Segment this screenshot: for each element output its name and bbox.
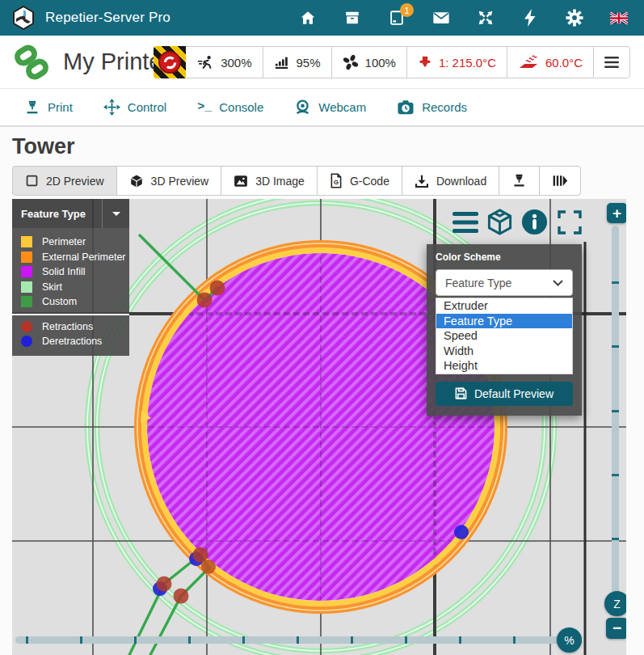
legend-title: Feature Type bbox=[21, 208, 86, 220]
info-icon[interactable] bbox=[521, 209, 548, 235]
speed-value: 300% bbox=[221, 56, 251, 70]
view-3d-label: 3D Preview bbox=[151, 175, 209, 188]
zoom-in-button[interactable]: + bbox=[607, 203, 626, 223]
print-nozzle-icon bbox=[511, 173, 527, 188]
legend-item-label: Deretractions bbox=[42, 336, 102, 347]
color-swatch bbox=[21, 236, 32, 247]
flow-multiplier-button[interactable]: 95% bbox=[263, 46, 332, 78]
default-preview-label: Default Preview bbox=[474, 387, 554, 400]
slider-tick bbox=[297, 636, 299, 644]
power-bolt-icon[interactable] bbox=[521, 9, 539, 27]
preview-canvas[interactable]: Feature Type Perimeter External Perimete… bbox=[12, 199, 626, 655]
extruder-temp-value: 1: 215.0°C bbox=[439, 56, 496, 70]
printer-header: My Printer 300% 95% bbox=[0, 36, 644, 89]
view-2d-preview-button[interactable]: 2D Preview bbox=[12, 166, 117, 196]
legend-item-solid-infill: Solid Infill bbox=[12, 264, 129, 280]
gcode-file-icon: G bbox=[330, 173, 343, 188]
option-speed[interactable]: Speed bbox=[436, 328, 572, 344]
percent-slider-badge[interactable]: % bbox=[557, 628, 582, 653]
color-swatch bbox=[21, 281, 32, 293]
tab-console[interactable]: >_ Console bbox=[197, 100, 263, 114]
legend-body: Perimeter External Perimeter Solid Infil… bbox=[12, 228, 129, 356]
tab-records[interactable]: Records bbox=[397, 99, 467, 116]
printer-menu-button[interactable] bbox=[593, 46, 630, 78]
color-scheme-select[interactable]: Feature Type bbox=[436, 269, 573, 296]
expand-arrows-icon[interactable] bbox=[477, 9, 495, 27]
view-gcode-label: G-Code bbox=[350, 175, 389, 188]
printer-notifications-icon[interactable]: 1 bbox=[388, 9, 406, 27]
svg-text:G: G bbox=[334, 179, 339, 186]
plus-icon: + bbox=[612, 205, 621, 222]
extruder-temp-button[interactable]: 1: 215.0°C bbox=[406, 46, 507, 78]
layer-animation-button[interactable] bbox=[539, 166, 581, 196]
slider-tick bbox=[612, 474, 619, 476]
legend-item-label: Perimeter bbox=[42, 236, 86, 247]
legend-header-dropdown[interactable]: Feature Type bbox=[12, 199, 129, 228]
option-width[interactable]: Width bbox=[436, 344, 572, 359]
language-flag-icon[interactable] bbox=[610, 9, 628, 27]
z-slider-badge[interactable]: Z bbox=[604, 591, 626, 616]
legend-item-skirt: Skirt bbox=[12, 280, 129, 295]
mail-icon[interactable] bbox=[432, 9, 450, 27]
z-label: Z bbox=[613, 598, 621, 611]
home-icon[interactable] bbox=[299, 9, 317, 27]
printer-link-icon bbox=[13, 44, 50, 81]
legend-item-label: Skirt bbox=[42, 281, 62, 293]
view-2d-label: 2D Preview bbox=[46, 175, 104, 188]
legend-item-label: Retractions bbox=[42, 321, 93, 332]
download-icon bbox=[415, 174, 429, 188]
tab-console-label: Console bbox=[219, 100, 263, 114]
default-preview-button[interactable]: Default Preview bbox=[436, 382, 573, 406]
progress-slider[interactable] bbox=[15, 636, 560, 644]
flow-bars-icon bbox=[274, 55, 290, 70]
tab-webcam-label: Webcam bbox=[318, 100, 366, 114]
fan-speed-button[interactable]: 100% bbox=[331, 46, 407, 78]
view-3d-image-label: 3D Image bbox=[255, 175, 305, 188]
view-gcode-button[interactable]: G G-Code bbox=[317, 166, 402, 196]
chevron-down-icon bbox=[102, 199, 129, 228]
bed-temp-button[interactable]: 60.0°C bbox=[507, 46, 594, 78]
view-3d-preview-button[interactable]: 3D Preview bbox=[116, 166, 222, 196]
z-layer-slider[interactable] bbox=[612, 226, 619, 596]
repetier-logo-icon[interactable] bbox=[11, 6, 36, 30]
slider-tick bbox=[612, 345, 619, 348]
emergency-stop-button[interactable] bbox=[154, 46, 186, 78]
legend-item-perimeter: Perimeter bbox=[12, 235, 129, 250]
color-swatch bbox=[21, 321, 32, 332]
tab-print[interactable]: Print bbox=[24, 99, 73, 116]
top-navbar: Repetier-Server Pro 1 bbox=[0, 0, 644, 36]
option-feature-type[interactable]: Feature Type bbox=[436, 314, 572, 329]
print-job-button[interactable] bbox=[499, 166, 540, 196]
color-scheme-label: Color Scheme bbox=[436, 251, 573, 263]
legend-item-label: External Perimeter bbox=[42, 251, 126, 263]
archive-box-icon[interactable] bbox=[343, 9, 361, 27]
tab-control[interactable]: Control bbox=[103, 99, 166, 116]
render-mode-cube-icon[interactable] bbox=[485, 207, 515, 237]
square-2d-icon bbox=[25, 174, 39, 188]
webcam-icon bbox=[294, 99, 311, 116]
legend-divider bbox=[12, 314, 129, 315]
option-height[interactable]: Height bbox=[436, 358, 572, 374]
zoom-out-button[interactable]: − bbox=[606, 618, 626, 639]
tab-webcam[interactable]: Webcam bbox=[294, 99, 366, 116]
fullscreen-icon[interactable] bbox=[558, 210, 582, 235]
legend-item-custom: Custom bbox=[12, 294, 129, 310]
slider-tick bbox=[612, 281, 619, 284]
speed-runner-icon bbox=[196, 55, 214, 70]
view-toolbar: 2D Preview 3D Preview 3D Image G G-Code … bbox=[12, 166, 644, 196]
preview-menu-icon[interactable] bbox=[452, 212, 478, 233]
download-label: Download bbox=[436, 175, 486, 188]
slider-tick bbox=[459, 636, 461, 644]
color-swatch bbox=[21, 266, 32, 277]
speed-multiplier-button[interactable]: 300% bbox=[185, 46, 263, 78]
tab-control-label: Control bbox=[128, 100, 166, 114]
view-3d-image-button[interactable]: 3D Image bbox=[221, 166, 318, 196]
option-extruder[interactable]: Extruder bbox=[436, 298, 572, 314]
settings-gear-icon[interactable] bbox=[566, 9, 583, 27]
printer-status-toolbar: 300% 95% 100% bbox=[154, 46, 630, 78]
app-title: Repetier-Server Pro bbox=[45, 10, 170, 26]
download-button[interactable]: Download bbox=[402, 166, 499, 196]
slider-tick bbox=[513, 636, 516, 644]
color-swatch bbox=[21, 296, 32, 307]
slider-tick bbox=[242, 636, 245, 644]
